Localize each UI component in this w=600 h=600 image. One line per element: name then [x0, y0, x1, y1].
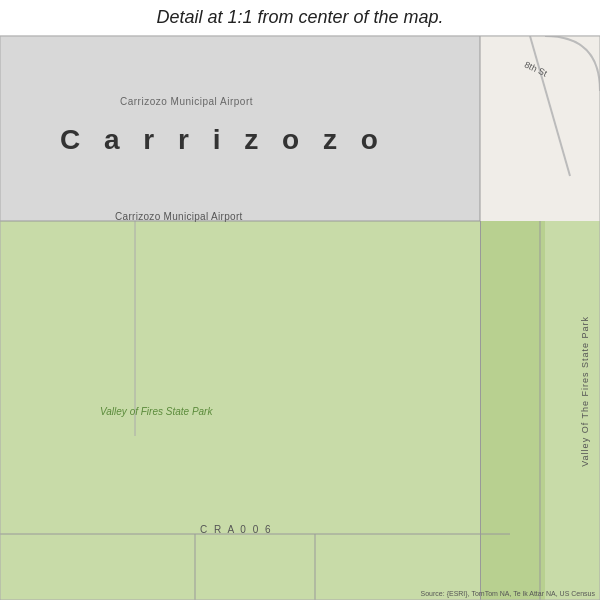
vertical-park-label: Valley Of The Fires State Park	[580, 316, 590, 467]
source-text: Source: {ESRI}, TomTom NA, Te lk Attar N…	[421, 590, 595, 597]
right-park-strip	[480, 221, 545, 600]
header-title: Detail at 1:1 from center of the map.	[156, 7, 443, 28]
valley-label: Valley of Fires State Park	[100, 406, 212, 417]
page-header: Detail at 1:1 from center of the map.	[0, 0, 600, 36]
airport-label-small: Carrizozo Municipal Airport	[120, 96, 253, 107]
airport-label-border: Carrizozo Municipal Airport	[115, 211, 243, 222]
cra-road-label: C R A 0 0 6	[200, 524, 273, 535]
carrizozo-label: C a r r i z o z o	[60, 124, 386, 156]
map-container: Carrizozo Municipal Airport C a r r i z …	[0, 36, 600, 600]
